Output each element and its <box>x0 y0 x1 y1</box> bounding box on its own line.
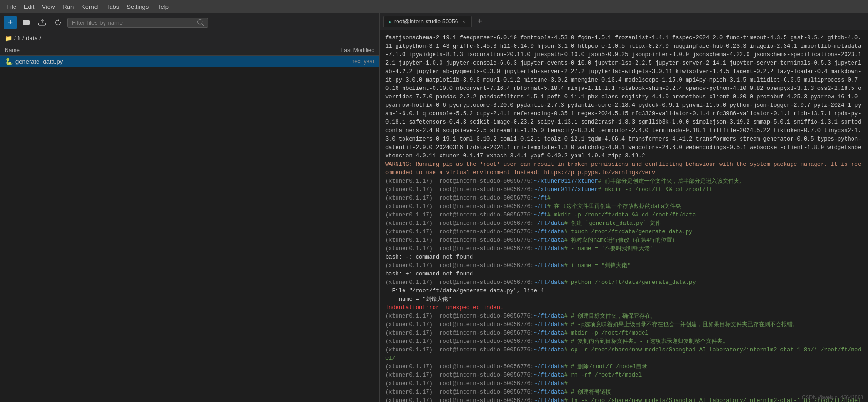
header-modified-label: Last Modified <box>299 47 374 53</box>
list-item: WARNING: Running pip as the 'root' user … <box>385 160 862 177</box>
list-item: (xtuner0.1.17) root@intern-studio-500567… <box>385 312 862 320</box>
search-icon <box>197 19 204 26</box>
list-item: File "/root/ft/data/generate_data.py", l… <box>385 287 862 295</box>
header-name-label: Name <box>5 47 299 53</box>
list-item: fastjsonschema-2.19.1 feedparser-6.0.10 … <box>385 34 862 160</box>
list-item: (xtuner0.1.17) root@intern-studio-500567… <box>385 228 862 236</box>
list-item: (xtuner0.1.17) root@intern-studio-500567… <box>385 177 862 186</box>
breadcrumb-path: / ft / data / <box>14 35 41 42</box>
terminal-tab[interactable]: ● root@intern-studio-50056 × <box>383 16 472 27</box>
menu-bar: FileEditViewRunKernelTabsSettingsHelp <box>0 0 868 13</box>
menu-item-view[interactable]: View <box>39 2 58 11</box>
list-item: (xtuner0.1.17) root@intern-studio-500567… <box>385 346 862 363</box>
list-item: (xtuner0.1.17) root@intern-studio-500567… <box>385 202 862 211</box>
list-item: (xtuner0.1.17) root@intern-studio-500567… <box>385 363 862 371</box>
terminal-tabs: ● root@intern-studio-50056 × + <box>380 13 868 30</box>
new-button[interactable]: + <box>4 16 17 29</box>
watermark: CSDN @weixin_46643868 <box>802 395 863 400</box>
folder-icon-btn[interactable] <box>20 16 33 29</box>
file-list-header: Name Last Modified <box>0 45 379 56</box>
menu-item-edit[interactable]: Edit <box>21 2 37 11</box>
table-row[interactable]: 🐍 generate_data.py next year <box>0 56 379 67</box>
folder-icon: 📁 <box>5 35 12 42</box>
menu-item-settings[interactable]: Settings <box>124 2 151 11</box>
list-item: (xtuner0.1.17) root@intern-studio-500567… <box>385 211 862 219</box>
list-item: (xtuner0.1.17) root@intern-studio-500567… <box>385 219 862 228</box>
file-list: 🐍 generate_data.py next year <box>0 56 379 402</box>
list-item: (xtuner0.1.17) root@intern-studio-500567… <box>385 371 862 380</box>
list-item: IndentationError: unexpected indent <box>385 304 862 312</box>
search-box[interactable] <box>67 18 208 28</box>
list-item: (xtuner0.1.17) root@intern-studio-500567… <box>385 236 862 245</box>
file-name: generate_data.py <box>15 58 299 65</box>
list-item: bash: +: command not found <box>385 270 862 278</box>
refresh-icon-btn[interactable] <box>52 16 65 29</box>
breadcrumb: 📁 / ft / data / <box>0 32 379 45</box>
menu-item-kernel[interactable]: Kernel <box>78 2 102 11</box>
list-item: (xtuner0.1.17) root@intern-studio-500567… <box>385 388 862 396</box>
terminal-panel: ● root@intern-studio-50056 × + fastjsons… <box>380 13 868 402</box>
terminal-dot: ● <box>389 19 391 24</box>
file-type-icon: 🐍 <box>5 58 13 65</box>
menu-item-file[interactable]: File <box>4 2 19 11</box>
menu-item-run[interactable]: Run <box>60 2 76 11</box>
terminal-tab-label: root@intern-studio-50056 <box>394 18 458 25</box>
list-item: (xtuner0.1.17) root@intern-studio-500567… <box>385 329 862 337</box>
main-area: + 📁 / ft / data / Name Last Modified <box>0 13 868 402</box>
search-input[interactable] <box>72 19 197 26</box>
list-item: (xtuner0.1.17) root@intern-studio-500567… <box>385 396 862 402</box>
menu-item-tabs[interactable]: Tabs <box>104 2 122 11</box>
list-item: (xtuner0.1.17) root@intern-studio-500567… <box>385 337 862 346</box>
list-item: (xtuner0.1.17) root@intern-studio-500567… <box>385 194 862 202</box>
terminal-tab-close[interactable]: × <box>461 18 466 25</box>
list-item: (xtuner0.1.17) root@intern-studio-500567… <box>385 380 862 388</box>
terminal-content[interactable]: fastjsonschema-2.19.1 feedparser-6.0.10 … <box>380 30 868 402</box>
list-item: (xtuner0.1.17) root@intern-studio-500567… <box>385 245 862 253</box>
menu-item-help[interactable]: Help <box>153 2 172 11</box>
file-modified: next year <box>299 58 374 65</box>
list-item: (xtuner0.1.17) root@intern-studio-500567… <box>385 278 862 287</box>
list-item: name = "剑锋大佬" <box>385 295 862 304</box>
list-item: bash: -: command not found <box>385 253 862 261</box>
upload-icon-btn[interactable] <box>36 16 49 29</box>
add-tab-button[interactable]: + <box>474 15 486 27</box>
file-panel: + 📁 / ft / data / Name Last Modified <box>0 13 380 402</box>
list-item: (xtuner0.1.17) root@intern-studio-500567… <box>385 320 862 329</box>
toolbar: + <box>0 13 379 32</box>
list-item: (xtuner0.1.17) root@intern-studio-500567… <box>385 186 862 194</box>
list-item: (xtuner0.1.17) root@intern-studio-500567… <box>385 261 862 270</box>
